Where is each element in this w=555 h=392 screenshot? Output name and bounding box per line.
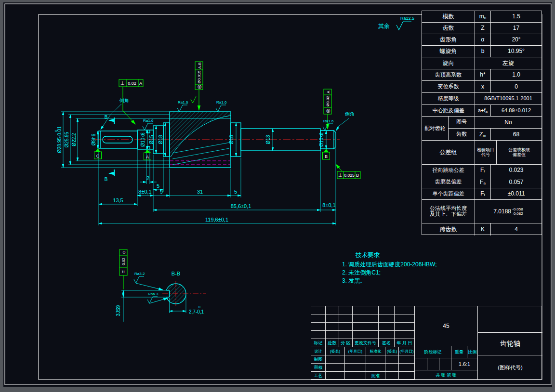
param-value: 68 — [491, 129, 542, 140]
param-symbol: Ft — [475, 188, 491, 199]
hdr-count: 处数 — [326, 339, 339, 347]
gdt-f4-datum: B — [356, 173, 359, 178]
hdr-date: 年 月 日 — [395, 339, 415, 347]
gear-diameter-labels: Ø28.95-0.01 0 Ø25.95 Ø22.2 — [54, 126, 77, 153]
param-symbol: x — [475, 81, 491, 92]
revision-row — [311, 323, 415, 331]
symbol-sub: r — [484, 170, 485, 173]
gdt-f1-tolerance: 0.02 — [128, 81, 136, 86]
revision-row — [311, 314, 415, 323]
param-label: 螺旋角 — [422, 46, 475, 57]
param-row: 跨齿数K4 — [422, 223, 542, 235]
technical-requirements: 技术要求 1. 调质处理后齿面硬度200-206HBW; 2. 未注倒角C1; … — [342, 251, 437, 285]
hdr-signature: 签名 — [379, 339, 395, 347]
gdt-f2-symbol: ◎ — [197, 85, 202, 89]
dim-d9: Ø9h6 — [91, 133, 96, 145]
part-name-cell: 齿轮轴 — [477, 333, 542, 355]
ra-mark-gear-1: Ra1.6 — [178, 100, 188, 105]
hdr-change-doc: 更改文件号 — [353, 339, 379, 347]
gdt-f3-symbol: ◎ — [325, 109, 330, 113]
section-view-title: B-B — [172, 271, 180, 276]
param-label: 公差组 — [422, 141, 475, 164]
tech-req-item: 1. 调质处理后齿面硬度200-206HBW; — [342, 261, 437, 269]
standardize-label: 标准化 — [366, 347, 385, 355]
stage-mark-label: 阶段标记 — [414, 346, 451, 358]
chamfer-note-right: 倒角 — [344, 111, 355, 117]
check-label: 审核 — [311, 364, 326, 372]
ra-mark-keyway-side: Ra3.2 — [134, 272, 145, 276]
dim-d10-right: Ø10k6 — [319, 132, 324, 147]
param-symbol: Fa — [475, 176, 491, 188]
approve-label: 批准 — [366, 372, 385, 380]
gdt-f3-tolerance: Ø0.02 — [326, 96, 330, 106]
gdt-f2-datum: A-B — [198, 62, 202, 68]
param-value: 左旋 — [475, 57, 542, 69]
dim-d10-left: Ø10k6 — [140, 132, 145, 147]
param-row: 螺旋角b10.95° — [422, 46, 542, 57]
param-row: 精度等级8GB/T10095.1-2001 — [422, 93, 542, 105]
param-symbol: b — [475, 46, 491, 57]
dim-d18-right: Ø18 — [229, 135, 234, 144]
symbol-main: a+f — [478, 108, 486, 114]
section-view-bb: B-B 3JS9 2,7-0,1 0 — [116, 271, 206, 322]
section-b-bottom-label: B — [105, 177, 108, 182]
dim-8-right: 8±0,1 — [322, 202, 335, 208]
dim-groove: 2 — [146, 175, 149, 181]
dim-total: 119,6±0,1 — [205, 217, 228, 222]
weight-label: 重量 — [451, 346, 467, 358]
gdt-f4-symbol: ⊥ — [338, 172, 343, 178]
tech-req-title: 技术要求 — [356, 251, 437, 260]
dim-pitch-diameter: Ø25.95 — [64, 131, 69, 147]
dim-d13: Ø13 — [265, 135, 271, 144]
param-value: No — [475, 117, 542, 128]
gear-parameter-table: 模数mn1.5 齿数Z17 齿形角α20° 螺旋角b10.95° 旋向左旋 齿顶… — [422, 11, 542, 235]
gdt-f5-datum: C — [122, 251, 126, 254]
param-label: 齿廓总偏差 — [422, 176, 475, 188]
symbol-main: F — [480, 191, 484, 197]
symbol-sub: a — [486, 110, 488, 114]
label-line2: 及其上、下偏差 — [430, 211, 467, 217]
ra-mark-bearing-left: Ra1.6 — [143, 118, 154, 123]
ra-mark-keyway-bottom: Ra6.3 — [148, 292, 159, 296]
symbol-main: Z — [479, 131, 483, 138]
tech-req-item: 3. 发黑。 — [342, 277, 437, 285]
param-row: 变位系数x0 — [422, 81, 542, 93]
date-placeholder: (年月日) — [399, 347, 415, 355]
dim-d18-left: Ø18 — [158, 135, 163, 144]
value-main: 7.0188 — [493, 209, 511, 215]
cad-viewport: Ø28.95-0.01 0 Ø25.95 Ø22.2 Ø9h6 Ø10k6 Ø1… — [0, 0, 555, 392]
gdt-f2-tolerance: Ø0.015 — [197, 70, 201, 83]
param-value: 0 — [491, 81, 542, 92]
chamfer-note-left: 倒角 — [119, 98, 129, 103]
scale-label: 比例 — [467, 346, 477, 358]
param-value: 7.0188-0.058-0.082 — [475, 200, 542, 223]
stage-cell — [439, 358, 451, 370]
param-value: 0.057 — [491, 176, 542, 188]
param-row: 齿顶高系数h*1.0 — [422, 69, 542, 81]
param-label: 旋向 — [422, 57, 475, 69]
revision-row — [311, 331, 415, 339]
value-upper-dev: -0.058 — [512, 207, 523, 211]
symbol-sub: n — [484, 16, 486, 20]
helix-lines — [172, 143, 229, 165]
dim-5-left: 5 — [157, 183, 159, 189]
title-block: 标记 处数 分 区 更改文件号 签名 年 月 日 设计 (签名) (年月日) 标… — [311, 306, 542, 379]
param-value: 17 — [491, 23, 542, 34]
param-label: 单个齿距偏差 — [422, 188, 475, 199]
val-line2: 偏差值 — [513, 153, 526, 157]
design-row: 设计 (签名) (年月日) 标准化 (签名) (年月日) — [311, 347, 415, 355]
param-label: 配对齿轮 — [422, 117, 449, 140]
surface-check-green — [191, 96, 196, 103]
param-label: 模数 — [422, 11, 475, 22]
draft-label: 制图 — [311, 355, 326, 364]
param-row-mating-gear: 配对齿轮 图号No 齿数Zm68 — [422, 117, 542, 141]
datum-flags: A B C — [94, 148, 330, 160]
param-label: 齿顶高系数 — [422, 69, 475, 80]
param-row-base-tangent: 公法线平均长度及其上、下偏差 7.0188-0.058-0.082 — [422, 200, 542, 223]
param-value: 1.5 — [491, 11, 542, 22]
param-label: 径向跳动公差 — [422, 165, 475, 176]
param-row: 旋向左旋 — [422, 57, 542, 69]
mid-line2: 代号 — [481, 153, 490, 157]
sign-placeholder: (签名) — [326, 347, 345, 355]
param-sublabel: 齿数 — [449, 129, 475, 140]
